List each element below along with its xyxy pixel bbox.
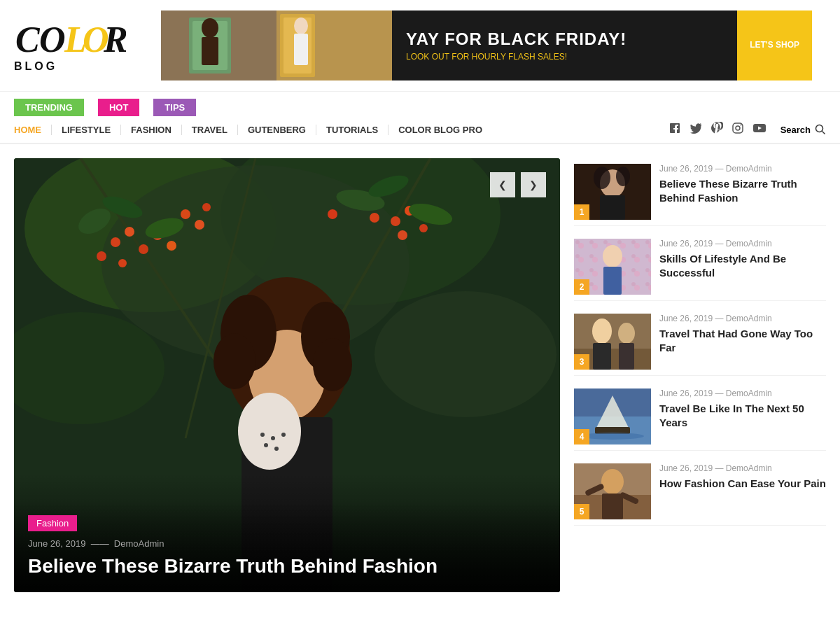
sidebar: 1 June 26, 2019 — DemoAdmin Believe Thes… — [574, 158, 826, 592]
svg-point-39 — [391, 216, 400, 226]
prev-slide-button[interactable]: ❮ — [490, 172, 515, 197]
svg-point-45 — [328, 209, 337, 219]
sidebar-item: 4 June 26, 2019 — DemoAdmin Travel Be Li… — [574, 383, 826, 451]
svg-point-77 — [603, 245, 622, 267]
sidebar-item-info-1: June 26, 2019 — DemoAdmin Believe These … — [659, 164, 826, 204]
youtube-icon[interactable] — [752, 122, 766, 137]
sidebar-title-2[interactable]: Skills Of Lifestyle And Be Successful — [659, 252, 826, 279]
svg-point-61 — [264, 443, 268, 447]
thumb-number-4: 4 — [574, 429, 589, 444]
svg-point-16 — [736, 126, 740, 130]
svg-point-65 — [214, 333, 255, 389]
sidebar-title-1[interactable]: Believe These Bizarre Truth Behind Fashi… — [659, 177, 826, 204]
nav-gutenberg[interactable]: GUTENBERG — [238, 125, 316, 135]
sidebar-thumb-2: 2 — [574, 239, 651, 295]
svg-rect-84 — [619, 343, 634, 370]
featured-date: June 26, 2019 — [28, 538, 85, 549]
banner-subtext: LOOK OUT FOR HOURLY FLASH SALES! — [406, 52, 723, 62]
svg-point-17 — [740, 125, 741, 126]
thumb-number-5: 5 — [574, 504, 589, 519]
social-links — [668, 122, 766, 137]
facebook-icon[interactable] — [668, 122, 681, 137]
sidebar-thumb-1: 1 — [574, 164, 651, 220]
main-navigation: HOME LIFESTYLE FASHION TRAVEL GUTENBERG … — [0, 116, 840, 144]
svg-rect-70 — [600, 195, 625, 220]
svg-point-33 — [167, 241, 176, 251]
sidebar-thumb-5: 5 — [574, 463, 651, 519]
twitter-icon[interactable] — [690, 122, 702, 137]
svg-line-21 — [822, 132, 825, 134]
svg-point-81 — [592, 318, 612, 344]
nav-fashion[interactable]: FASHION — [121, 125, 182, 135]
sidebar-item: 2 June 26, 2019 — DemoAdmin Skills Of Li… — [574, 233, 826, 301]
svg-point-53 — [374, 291, 556, 417]
featured-title[interactable]: Believe These Bizarre Truth Behind Fashi… — [28, 554, 546, 578]
tag-hot[interactable]: HOT — [98, 99, 139, 116]
svg-point-29 — [111, 237, 120, 247]
sidebar-item: 3 June 26, 2019 — DemoAdmin Travel That … — [574, 308, 826, 376]
svg-text:O: O — [39, 20, 66, 57]
sidebar-meta-3: June 26, 2019 — DemoAdmin — [659, 314, 826, 323]
sidebar-item-info-2: June 26, 2019 — DemoAdmin Skills Of Life… — [659, 239, 826, 279]
svg-point-13 — [294, 18, 308, 34]
sidebar-item-info-5: June 26, 2019 — DemoAdmin How Fashion Ca… — [659, 463, 826, 491]
svg-point-41 — [419, 224, 428, 232]
logo-blog-text: BLOG — [14, 60, 57, 73]
svg-rect-14 — [294, 34, 308, 65]
svg-point-20 — [816, 125, 823, 132]
nav-tags-bar: TRENDING HOT TIPS — [0, 92, 840, 116]
sidebar-title-5[interactable]: How Fashion Can Ease Your Pain — [659, 477, 826, 491]
nav-home[interactable]: HOME — [14, 125, 52, 135]
svg-point-35 — [118, 259, 127, 267]
svg-text:C: C — [15, 20, 41, 57]
svg-text:R: R — [103, 20, 126, 57]
search-button[interactable]: Search — [780, 124, 826, 135]
svg-point-37 — [195, 220, 204, 230]
sidebar-item-info-4: June 26, 2019 — DemoAdmin Travel Be Like… — [659, 388, 826, 429]
svg-point-42 — [398, 230, 407, 240]
banner-cta-button[interactable]: LET'S SHOP — [737, 10, 812, 80]
nav-travel[interactable]: TRAVEL — [182, 125, 238, 135]
pinterest-icon[interactable] — [710, 122, 723, 137]
sidebar-title-4[interactable]: Travel Be Like In The Next 50 Years — [659, 402, 826, 429]
featured-author: DemoAdmin — [114, 538, 164, 549]
nav-colorblogpro[interactable]: COLOR BLOG PRO — [388, 125, 492, 135]
tag-tips[interactable]: TIPS — [153, 99, 196, 116]
svg-point-36 — [181, 209, 190, 219]
svg-point-60 — [281, 433, 286, 437]
svg-point-38 — [202, 203, 211, 211]
svg-point-62 — [274, 447, 279, 451]
svg-rect-93 — [602, 493, 623, 519]
next-slide-button[interactable]: ❯ — [521, 172, 546, 197]
sidebar-thumb-3: 3 — [574, 314, 651, 370]
svg-point-89 — [581, 433, 644, 440]
svg-point-43 — [370, 213, 379, 223]
svg-rect-12 — [202, 37, 218, 65]
slider-nav: ❮ ❯ — [490, 172, 546, 197]
svg-point-59 — [271, 436, 275, 440]
featured-overlay: Fashion June 26, 2019 —— DemoAdmin Belie… — [14, 501, 560, 592]
svg-point-11 — [202, 18, 218, 38]
banner-text: YAY FOR BLACK FRIDAY! LOOK OUT FOR HOURL… — [392, 29, 737, 62]
featured-meta: June 26, 2019 —— DemoAdmin — [28, 538, 546, 549]
svg-rect-78 — [603, 267, 622, 295]
featured-category-tag[interactable]: Fashion — [28, 515, 77, 531]
svg-point-72 — [616, 167, 630, 186]
instagram-icon[interactable] — [732, 122, 744, 137]
svg-point-92 — [601, 469, 624, 494]
svg-point-83 — [618, 323, 635, 344]
sidebar-title-3[interactable]: Travel That Had Gone Way Too Far — [659, 327, 826, 354]
nav-tutorials[interactable]: TUTORIALS — [316, 125, 388, 135]
site-logo[interactable]: C O L O R BLOG — [14, 18, 126, 73]
thumb-number-1: 1 — [574, 204, 589, 220]
featured-article: ❮ ❯ Fashion June 26, 2019 —— DemoAdmin B… — [14, 158, 560, 592]
sidebar-thumb-4: 4 — [574, 388, 651, 444]
tag-trending[interactable]: TRENDING — [14, 99, 84, 116]
ad-banner: YAY FOR BLACK FRIDAY! LOOK OUT FOR HOURL… — [161, 10, 812, 80]
site-header: C O L O R BLOG — [0, 0, 840, 92]
thumb-number-3: 3 — [574, 354, 589, 370]
nav-lifestyle[interactable]: LIFESTYLE — [52, 125, 121, 135]
nav-links: HOME LIFESTYLE FASHION TRAVEL GUTENBERG … — [14, 125, 654, 135]
logo-color-text: C O L O R — [14, 18, 126, 63]
featured-image: ❮ ❯ Fashion June 26, 2019 —— DemoAdmin B… — [14, 158, 560, 592]
